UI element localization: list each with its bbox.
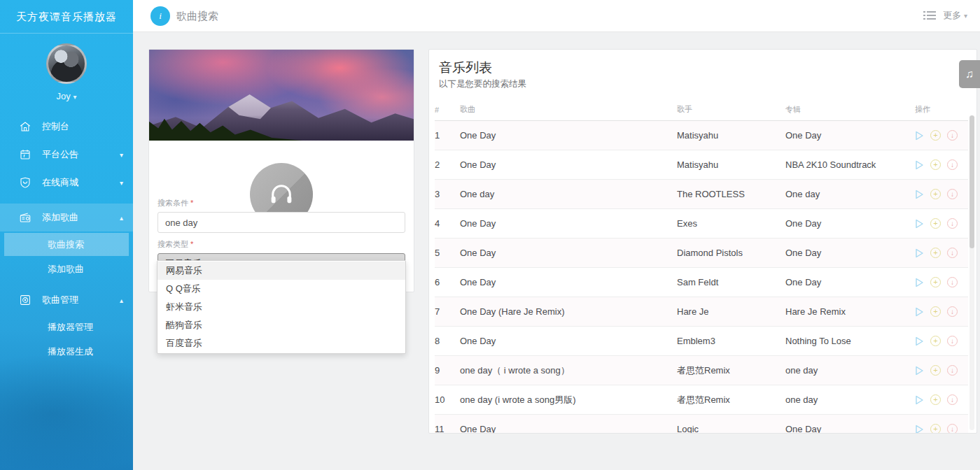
play-icon[interactable]: [915, 336, 924, 346]
search-card: 搜索条件* 搜索类型* 网易音乐 ▾: [148, 49, 414, 292]
list-icon[interactable]: [923, 10, 936, 20]
search-condition-input[interactable]: [158, 212, 405, 233]
cell-song: One Day: [460, 238, 677, 268]
sidebar-item-label: 在线商城: [42, 176, 120, 189]
play-icon[interactable]: [915, 190, 924, 199]
cell-artist: Exes: [677, 209, 785, 238]
sidebar-subitem[interactable]: 播放器生成: [4, 340, 129, 363]
sidebar: 天方夜谭音乐播放器 Joy ▾ 控制台 平台公告 ▾: [0, 0, 133, 470]
download-icon[interactable]: ↓: [947, 218, 958, 229]
sidebar-item-song-management[interactable]: 歌曲管理 ▴: [0, 286, 133, 314]
select-option[interactable]: 网易音乐: [158, 262, 405, 280]
table-row: 4One DayExesOne Day+↓: [435, 209, 968, 238]
more-dropdown[interactable]: 更多 ▾: [943, 9, 967, 22]
sidebar-divider: [0, 33, 133, 34]
add-icon[interactable]: +: [930, 130, 941, 141]
download-icon[interactable]: ↓: [947, 306, 958, 317]
play-icon[interactable]: [915, 395, 924, 405]
cell-actions: +↓: [915, 297, 968, 327]
table-header-row: # 歌曲 歌手 专辑 操作: [435, 100, 968, 121]
chevron-up-icon: ▴: [120, 214, 123, 222]
chevron-down-icon: ▾: [120, 179, 123, 187]
cell-song: One day: [460, 180, 677, 209]
cell-actions: +↓: [915, 121, 968, 150]
chevron-up-icon: ▴: [120, 297, 123, 304]
sidebar-item-label: 歌曲管理: [42, 294, 120, 306]
select-option[interactable]: 酷狗音乐: [158, 316, 405, 334]
more-label: 更多: [943, 10, 961, 20]
chevron-down-icon: ▾: [964, 12, 967, 20]
cell-album: One day: [785, 180, 915, 209]
add-icon[interactable]: +: [930, 218, 941, 229]
download-icon[interactable]: ↓: [947, 336, 958, 346]
select-option[interactable]: 百度音乐: [158, 334, 405, 352]
download-icon[interactable]: ↓: [947, 130, 958, 141]
play-icon[interactable]: [915, 307, 924, 317]
required-mark: *: [190, 199, 193, 207]
sidebar-item-label: 控制台: [42, 120, 123, 133]
add-icon[interactable]: +: [930, 159, 941, 170]
add-icon[interactable]: +: [930, 394, 941, 405]
scrollbar-thumb[interactable]: [969, 115, 974, 248]
play-icon[interactable]: [915, 160, 924, 170]
download-icon[interactable]: ↓: [947, 159, 958, 170]
page-header: i 歌曲搜索 更多 ▾: [133, 0, 980, 32]
cell-actions: +↓: [915, 150, 968, 180]
cell-actions: +↓: [915, 327, 968, 356]
download-icon[interactable]: ↓: [947, 365, 958, 376]
cell-num: 3: [435, 180, 460, 209]
music-note-tab[interactable]: ♫: [959, 60, 980, 88]
add-icon[interactable]: +: [930, 248, 941, 258]
cell-actions: +↓: [915, 180, 968, 209]
select-option[interactable]: Q Q音乐: [158, 280, 405, 298]
cell-artist: Sam Feldt: [677, 268, 785, 297]
type-label: 搜索类型*: [158, 239, 405, 250]
music-note-icon: ♫: [965, 68, 974, 80]
select-option[interactable]: 虾米音乐: [158, 298, 405, 316]
results-title: 音乐列表: [439, 59, 976, 77]
sidebar-item-store[interactable]: 在线商城 ▾: [0, 169, 133, 197]
play-icon[interactable]: [915, 366, 924, 376]
cell-num: 2: [435, 150, 460, 180]
cell-num: 7: [435, 297, 460, 327]
cell-song: One Day: [460, 415, 677, 434]
sidebar-subitem[interactable]: 播放器管理: [4, 315, 129, 339]
sidebar-item-announcements[interactable]: 平台公告 ▾: [0, 141, 133, 169]
sidebar-item-console[interactable]: 控制台: [0, 113, 133, 141]
user-name: Joy: [57, 91, 71, 101]
cell-actions: +↓: [915, 238, 968, 268]
play-icon[interactable]: [915, 425, 924, 434]
download-icon[interactable]: ↓: [947, 248, 958, 258]
play-icon[interactable]: [915, 278, 924, 287]
add-icon[interactable]: +: [930, 424, 941, 434]
cell-num: 8: [435, 327, 460, 356]
user-menu[interactable]: Joy ▾: [0, 91, 133, 101]
add-icon[interactable]: +: [930, 336, 941, 346]
play-icon[interactable]: [915, 248, 924, 258]
play-icon[interactable]: [915, 131, 924, 141]
add-icon[interactable]: +: [930, 189, 941, 199]
add-icon[interactable]: +: [930, 277, 941, 287]
download-icon[interactable]: ↓: [947, 394, 958, 405]
chevron-down-icon: ▾: [120, 151, 123, 159]
add-icon[interactable]: +: [930, 306, 941, 317]
cell-num: 6: [435, 268, 460, 297]
cell-artist: 者思范Remix: [677, 385, 785, 415]
download-icon[interactable]: ↓: [947, 424, 958, 434]
sidebar-item-label: 平台公告: [42, 148, 120, 161]
download-icon[interactable]: ↓: [947, 189, 958, 199]
sidebar-subitem[interactable]: 添加歌曲: [4, 257, 129, 280]
avatar[interactable]: [46, 43, 87, 84]
sidebar-subitem[interactable]: 歌曲搜索: [4, 233, 129, 256]
add-icon[interactable]: +: [930, 365, 941, 376]
play-icon[interactable]: [915, 219, 924, 229]
table-scrollbar[interactable]: [969, 115, 974, 430]
cell-artist: The ROOTLESS: [677, 180, 785, 209]
results-subtitle: 以下是您要的搜索结果: [439, 78, 976, 90]
table-row: 6One DaySam FeldtOne Day+↓: [435, 268, 968, 297]
cell-album: One Day: [785, 415, 915, 434]
download-icon[interactable]: ↓: [947, 277, 958, 287]
table-row: 10one day (i wrote a song男版)者思范Remixone …: [435, 385, 968, 415]
sidebar-item-label: 添加歌曲: [42, 211, 120, 224]
sidebar-item-add-songs[interactable]: 添加歌曲 ▴: [0, 204, 133, 232]
